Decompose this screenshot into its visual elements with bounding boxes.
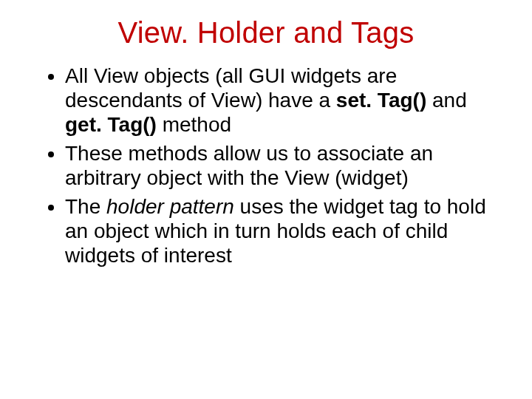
bold-text: get. Tag()	[65, 113, 163, 136]
bullet-text: method	[163, 113, 231, 136]
list-item: The holder pattern uses the widget tag t…	[65, 194, 488, 267]
list-item: These methods allow us to associate an a…	[65, 141, 488, 190]
bullet-list: All View objects (all GUI widgets are de…	[44, 64, 488, 267]
slide: View. Holder and Tags All View objects (…	[0, 0, 532, 399]
bold-text: set. Tag()	[336, 89, 432, 112]
bullet-text: and	[432, 89, 467, 112]
bullet-text: These methods allow us to associate an a…	[65, 142, 433, 189]
bullet-text: The	[65, 195, 106, 218]
slide-title: View. Holder and Tags	[44, 16, 488, 49]
italic-text: holder pattern	[106, 195, 240, 218]
list-item: All View objects (all GUI widgets are de…	[65, 64, 488, 137]
